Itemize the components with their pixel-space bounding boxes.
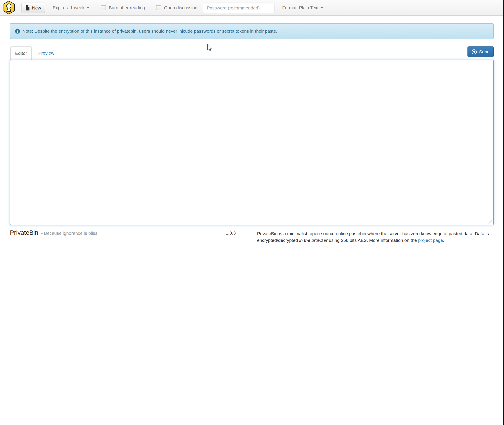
paste-editor[interactable] (10, 60, 494, 225)
privatebin-page: New Expires: 1 week Burn after reading O… (0, 0, 504, 425)
new-button-label: New (32, 5, 41, 11)
format-label: Format: Plain Text (282, 5, 318, 10)
tab-preview-label: Preview (38, 51, 54, 56)
new-paste-button[interactable]: New (21, 3, 45, 13)
tab-preview[interactable]: Preview (38, 46, 54, 60)
tab-editor-label: Editor (15, 51, 27, 56)
open-discussion-label: Open discussion (164, 5, 197, 10)
brand-name: PrivateBin (10, 229, 38, 236)
footer-brand: PrivateBin - Because ignorance is bliss (10, 229, 97, 236)
send-button-label: Send (479, 49, 490, 54)
mouse-cursor (207, 44, 213, 51)
password-input[interactable] (203, 3, 274, 13)
checkbox-box[interactable] (156, 5, 161, 10)
format-dropdown[interactable]: Format: Plain Text (282, 0, 324, 15)
caret-down-icon (86, 7, 90, 9)
footer-description: PrivateBin is a minimalist, open source … (257, 230, 494, 244)
burn-after-reading-checkbox[interactable]: Burn after reading (101, 0, 145, 15)
caret-down-icon (320, 7, 324, 9)
project-page-link[interactable]: project page (418, 238, 443, 243)
burn-after-reading-label: Burn after reading (109, 5, 145, 10)
open-discussion-checkbox[interactable]: Open discussion (156, 0, 197, 15)
note-alert: Note: Despite the encryption of this ins… (10, 23, 494, 39)
info-circle-icon (15, 29, 20, 34)
send-button[interactable]: Send (467, 46, 494, 57)
brand-tagline: - Because ignorance is bliss (41, 231, 97, 236)
expires-label: Expires: 1 week (53, 5, 85, 10)
note-alert-text: Note: Despite the encryption of this ins… (22, 29, 277, 34)
expires-dropdown[interactable]: Expires: 1 week (53, 0, 90, 15)
description-text: . (443, 238, 444, 243)
file-icon (26, 5, 30, 11)
version-label: 1.3.3 (226, 231, 236, 236)
circle-arrow-up-icon (471, 49, 477, 55)
privatebin-keyhole-icon[interactable] (3, 1, 15, 14)
description-italic: in the browser (299, 238, 328, 243)
tab-editor[interactable]: Editor (10, 46, 32, 60)
navbar: New Expires: 1 week Burn after reading O… (0, 0, 504, 16)
resize-grip-icon[interactable] (487, 219, 493, 224)
description-text: using 256 bits AES. More information on … (328, 238, 418, 243)
checkbox-box[interactable] (101, 5, 106, 10)
